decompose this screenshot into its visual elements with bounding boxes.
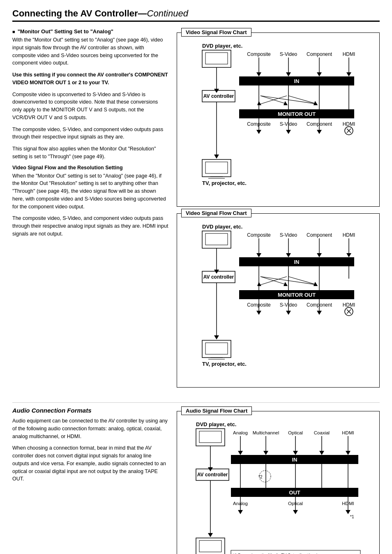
svg-text:IN: IN bbox=[294, 78, 300, 84]
chart1-title: Video Signal Flow Chart bbox=[181, 28, 251, 37]
audio-section: Audio Connection Formats Audio equipment… bbox=[12, 402, 380, 554]
svg-text:DVD player, etc.: DVD player, etc. bbox=[202, 43, 242, 49]
svg-marker-85 bbox=[257, 282, 261, 286]
svg-marker-16 bbox=[214, 89, 219, 93]
page-header: Connecting the AV Controller—Continued bbox=[12, 8, 380, 22]
chart2-svg: DVD player, etc. Composite S-Video Compo… bbox=[198, 221, 358, 381]
svg-rect-106 bbox=[205, 343, 228, 354]
svg-text:Analog: Analog bbox=[233, 430, 248, 435]
section2-para2: The composite video, S-Video, and compon… bbox=[12, 215, 168, 238]
svg-text:OUT: OUT bbox=[289, 489, 300, 496]
svg-text:HDMI: HDMI bbox=[343, 302, 355, 308]
svg-marker-67 bbox=[317, 253, 322, 257]
svg-text:Composite: Composite bbox=[247, 232, 271, 238]
svg-marker-125 bbox=[319, 451, 324, 455]
section1-para5: This signal flow also applies when the M… bbox=[12, 145, 168, 161]
svg-text:HDMI: HDMI bbox=[343, 121, 355, 127]
svg-marker-104 bbox=[214, 335, 219, 339]
svg-marker-123 bbox=[293, 451, 298, 455]
svg-rect-2 bbox=[205, 53, 228, 64]
svg-text:AV controller: AV controller bbox=[197, 472, 228, 478]
svg-marker-42 bbox=[286, 130, 291, 134]
svg-text:TV, projector, etc.: TV, projector, etc. bbox=[202, 180, 247, 186]
svg-marker-121 bbox=[263, 451, 268, 455]
chart1-container: Video Signal Flow Chart DVD player, etc.… bbox=[177, 32, 380, 207]
audio-para2: When choosing a connection format, bear … bbox=[12, 444, 168, 483]
svg-text:AV controller: AV controller bbox=[203, 93, 234, 99]
svg-marker-69 bbox=[346, 253, 351, 257]
svg-marker-119 bbox=[238, 451, 243, 455]
svg-text:Optical: Optical bbox=[288, 430, 303, 435]
svg-marker-97 bbox=[286, 311, 291, 315]
svg-text:IN: IN bbox=[292, 457, 297, 463]
svg-rect-57 bbox=[205, 233, 228, 245]
svg-text:MONITOR OUT: MONITOR OUT bbox=[278, 292, 316, 298]
svg-text:Composite: Composite bbox=[247, 51, 271, 57]
svg-marker-71 bbox=[214, 270, 219, 274]
svg-marker-129 bbox=[208, 467, 213, 471]
svg-text:AV controller: AV controller bbox=[203, 274, 234, 280]
section1-title: "Monitor Out" Setting Set to "Analog" bbox=[12, 28, 168, 35]
svg-marker-40 bbox=[256, 130, 261, 134]
section2-para1: When the "Monitor Out" setting is set to… bbox=[12, 172, 168, 211]
svg-rect-156 bbox=[199, 540, 221, 552]
svg-marker-149 bbox=[293, 510, 298, 514]
svg-text:*2: *2 bbox=[258, 475, 263, 479]
section1-para3: Composite video is upconverted to S-Vide… bbox=[12, 91, 168, 122]
svg-text:S-Video: S-Video bbox=[280, 232, 297, 238]
svg-marker-8 bbox=[256, 72, 261, 76]
section1-para2: Use this setting if you connect the AV c… bbox=[12, 71, 168, 87]
svg-marker-127 bbox=[346, 451, 350, 455]
svg-marker-44 bbox=[317, 130, 322, 134]
chart3-svg: DVD player, etc. Analog Multichannel Opt… bbox=[192, 419, 364, 554]
svg-text:HDMI: HDMI bbox=[343, 232, 355, 238]
chart2-title: Video Signal Flow Chart bbox=[181, 209, 251, 217]
svg-marker-151 bbox=[346, 510, 350, 514]
chart1-svg: DVD player, etc. Composite S-Video Compo… bbox=[198, 40, 358, 201]
audio-para1: Audio equipment can be connected to the … bbox=[12, 417, 168, 440]
audio-heading: Audio Connection Formats bbox=[12, 407, 168, 414]
svg-marker-154 bbox=[208, 533, 213, 537]
svg-marker-14 bbox=[346, 72, 351, 76]
svg-line-86 bbox=[288, 277, 317, 285]
svg-marker-10 bbox=[286, 72, 291, 76]
svg-marker-99 bbox=[317, 311, 322, 315]
svg-text:Component: Component bbox=[307, 232, 332, 238]
section1-para4: The composite video, S-Video, and compon… bbox=[12, 126, 168, 141]
svg-marker-63 bbox=[256, 253, 261, 257]
svg-line-31 bbox=[288, 96, 317, 104]
svg-rect-51 bbox=[205, 162, 228, 173]
svg-rect-112 bbox=[199, 431, 221, 443]
svg-text:IN: IN bbox=[294, 259, 300, 265]
svg-text:HDMI: HDMI bbox=[342, 430, 354, 435]
svg-text:Coaxial: Coaxial bbox=[314, 430, 330, 435]
svg-text:Component: Component bbox=[307, 51, 332, 57]
chart3-container: Audio Signal Flow Chart DVD player, etc.… bbox=[177, 411, 380, 554]
svg-text:MONITOR OUT: MONITOR OUT bbox=[278, 111, 316, 117]
page-title: Connecting the AV Controller—Continued bbox=[12, 8, 380, 19]
svg-text:HDMI: HDMI bbox=[343, 51, 355, 57]
svg-text:Multichannel: Multichannel bbox=[253, 430, 279, 435]
chart2-container: Video Signal Flow Chart DVD player, etc.… bbox=[177, 213, 380, 388]
svg-marker-95 bbox=[256, 311, 261, 315]
svg-text:S-Video: S-Video bbox=[280, 51, 297, 57]
section1-para1: With the "Monitor Out" setting set to "A… bbox=[12, 36, 168, 67]
svg-text:*1: *1 bbox=[350, 515, 354, 519]
svg-text:DVD player, etc.: DVD player, etc. bbox=[202, 224, 242, 230]
svg-marker-12 bbox=[317, 72, 322, 76]
svg-marker-30 bbox=[257, 101, 261, 105]
svg-marker-147 bbox=[238, 510, 243, 514]
svg-marker-65 bbox=[286, 253, 291, 257]
svg-text:TV, projector, etc.: TV, projector, etc. bbox=[202, 361, 247, 367]
chart3-title: Audio Signal Flow Chart bbox=[181, 406, 252, 415]
svg-text:DVD player, etc.: DVD player, etc. bbox=[196, 421, 236, 427]
section2-subheading: Video Signal Flow and the Resolution Set… bbox=[12, 165, 168, 171]
svg-marker-49 bbox=[214, 155, 219, 159]
